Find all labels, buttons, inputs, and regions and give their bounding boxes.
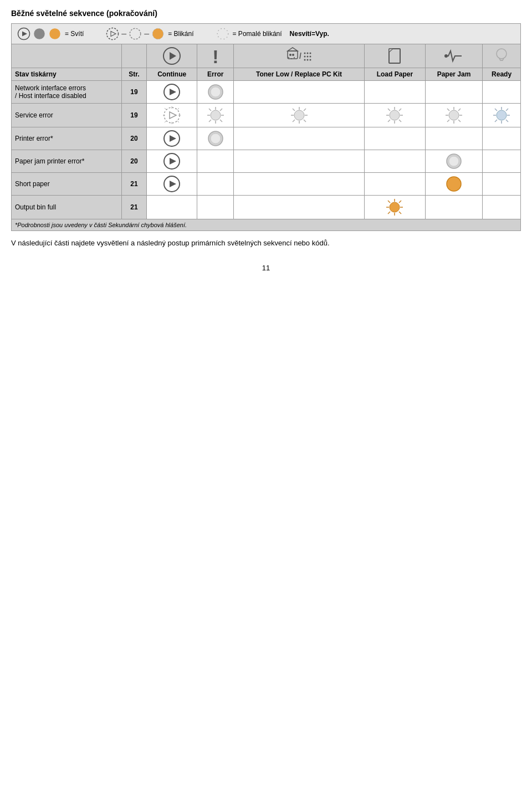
continue-header-icon [162,47,181,65]
svg-point-21 [306,53,308,54]
toner-paperjam [234,150,365,173]
ready-header-icon [493,47,510,65]
svg-line-76 [399,120,401,122]
pomale-label: = Pomalé blikání [233,30,282,38]
nesviti-label: Nesvítí=Vyp. [290,30,329,38]
svg-line-46 [165,108,166,110]
state-service-error: Service error [12,104,122,127]
toner-printer [234,127,365,150]
svg-marker-5 [111,32,116,37]
svg-point-26 [304,59,305,61]
svg-line-111 [388,201,390,203]
paperjam-service [425,104,482,127]
svg-point-17 [291,58,292,59]
continue-output [147,196,197,219]
sunburst3-svg [385,106,404,125]
svg-text:/: / [299,52,301,60]
svg-point-40 [164,107,180,123]
sunburst-blue-svg [492,106,511,125]
svg-line-64 [293,109,295,111]
svg-marker-96 [170,135,176,142]
th-toner-icon: / [234,44,365,68]
svg-marker-13 [288,48,298,51]
continue-short [147,173,197,196]
legend-blikani: – – = Blikání [106,27,193,40]
dashed-circle-icon [129,27,142,40]
svg-point-7 [152,28,163,39]
svg-point-8 [217,28,228,39]
page-service: 19 [121,104,146,127]
th-paper-jam-icon [425,44,482,68]
error-printer [197,127,234,150]
th-load-paper: Load Paper [364,68,425,81]
orange-circle-svg [445,175,463,193]
th-ready: Ready [483,68,521,81]
continue-paperjam [147,150,197,173]
table-row: Printer error* 20 [12,127,521,150]
svg-text:!: ! [212,47,218,65]
svg-line-114 [399,212,401,214]
svg-line-55 [209,109,211,111]
svg-point-105 [447,177,461,191]
th-error: Error [197,68,234,81]
play-circle-2-svg [163,130,181,147]
svg-point-86 [497,110,507,120]
status-table: ! / [11,44,521,231]
slow-blink-icon [216,27,229,40]
svg-line-84 [447,120,449,122]
table-row: Short paper 21 [12,173,521,196]
svg-line-93 [495,120,497,122]
table-row: Network interface errors/ Host interface… [12,81,521,104]
svg-line-112 [399,201,401,203]
svg-point-50 [211,110,221,120]
svg-line-66 [293,120,295,122]
page-output: 21 [121,196,146,219]
svg-marker-41 [170,112,176,119]
svg-line-73 [388,109,390,111]
footer-text: V následující části najdete vysvětlení a… [11,239,521,247]
svg-line-49 [177,121,179,122]
continue-service [147,104,197,127]
toner-short [234,173,365,196]
svg-line-74 [399,109,401,111]
ready-short [483,173,521,196]
continue-network [147,81,197,104]
svg-point-2 [34,28,45,39]
svg-point-28 [309,59,311,61]
state-output-bin: Output bin full [12,196,122,219]
legend-bar: = Svítí – – = Blikání [11,23,521,44]
svg-point-39 [211,87,221,97]
sunburst2-svg [290,106,309,125]
sunburst4-svg [444,106,463,125]
ready-network [483,81,521,104]
svg-point-6 [130,28,141,39]
blink-play-svg [162,106,181,125]
svg-point-4 [107,28,119,40]
svg-line-56 [220,109,222,111]
th-ready-icon [483,44,521,68]
svg-point-15 [292,54,294,56]
svg-line-91 [495,109,497,111]
error-paperjam [197,150,234,173]
svg-point-3 [49,28,60,39]
svg-point-106 [390,202,400,212]
sunburst-svg [206,106,225,125]
svg-marker-1 [22,32,27,37]
page-number: 11 [11,264,521,272]
orange-circle-icon [48,27,62,40]
load-paper-header-icon [386,47,403,65]
svg-line-67 [304,120,306,122]
svg-point-34 [497,49,507,59]
toner-network [234,81,365,104]
svg-point-23 [304,56,305,58]
table-row: Paper jam printer error* 20 [12,150,521,173]
header-icons-row: ! / [12,44,521,68]
svg-point-102 [449,156,459,166]
legend-pomale: = Pomalé blikání Nesvítí=Vyp. [216,27,329,40]
page-paperjam: 20 [121,150,146,173]
paperjam-short [425,173,482,196]
circle-outline-3-svg [445,152,463,170]
svg-point-20 [304,53,305,54]
svg-line-85 [458,120,461,122]
svg-line-48 [165,121,166,122]
